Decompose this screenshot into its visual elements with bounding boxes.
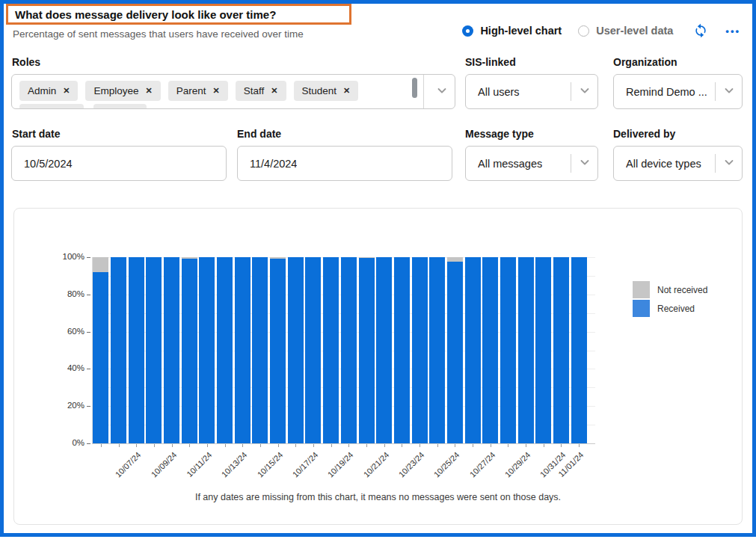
refresh-icon[interactable] bbox=[692, 22, 709, 39]
organization-value: Remind Demo ... bbox=[626, 86, 707, 98]
bar-received bbox=[412, 257, 428, 443]
y-tick-mark bbox=[87, 443, 90, 444]
role-chip[interactable]: Admin✕ bbox=[19, 81, 78, 101]
delivered-by-value: All device types bbox=[626, 158, 701, 170]
chart-legend: Not receivedReceived bbox=[633, 281, 707, 318]
bar-received bbox=[199, 257, 215, 443]
y-tick-label: 60% bbox=[40, 327, 84, 336]
sis-linked-value: All users bbox=[478, 86, 520, 98]
select-divider bbox=[571, 154, 571, 173]
bar-received bbox=[323, 257, 339, 443]
x-tick-mark bbox=[455, 444, 455, 447]
remove-icon[interactable]: ✕ bbox=[63, 86, 70, 96]
roles-scrollbar-thumb[interactable] bbox=[412, 78, 417, 98]
radio-label-user-level-data[interactable]: User-level data bbox=[596, 25, 673, 37]
bar-received bbox=[535, 257, 551, 443]
bar-received bbox=[93, 272, 108, 443]
radio-label-high-level-chart[interactable]: High-level chart bbox=[480, 25, 562, 37]
end-date-input[interactable]: 11/4/2024 bbox=[237, 146, 452, 181]
end-date-label: End date bbox=[237, 128, 281, 140]
remove-icon[interactable]: ✕ bbox=[271, 86, 277, 96]
sis-linked-select[interactable]: All users bbox=[465, 74, 598, 109]
title-highlight-annotation: What does message delivery look like ove… bbox=[6, 4, 351, 25]
bar-received bbox=[164, 257, 179, 443]
more-options-icon[interactable]: ••• bbox=[725, 25, 740, 37]
role-chip[interactable]: Parent✕ bbox=[168, 81, 228, 101]
x-tick-mark bbox=[101, 444, 102, 447]
bar-received bbox=[270, 259, 286, 443]
organization-select[interactable]: Remind Demo ... bbox=[613, 74, 743, 109]
roles-chip-list: Admin✕Employee✕Parent✕Staff✕Student✕ bbox=[19, 81, 358, 101]
select-divider bbox=[715, 82, 716, 101]
bar-received bbox=[394, 257, 410, 443]
message-type-select[interactable]: All messages bbox=[465, 146, 598, 181]
legend-item: Received bbox=[633, 300, 707, 317]
role-chip[interactable]: Staff✕ bbox=[236, 81, 286, 101]
bar-received bbox=[465, 257, 481, 443]
bar-received bbox=[447, 262, 463, 443]
chevron-down-icon[interactable] bbox=[579, 84, 591, 99]
bar-received bbox=[500, 257, 516, 443]
x-tick-mark bbox=[420, 444, 420, 447]
bar-received bbox=[288, 257, 304, 443]
x-tick-label: 10/25/24 bbox=[386, 450, 462, 526]
bar-received bbox=[252, 257, 268, 443]
remove-icon[interactable]: ✕ bbox=[343, 86, 350, 96]
y-tick-label: 40% bbox=[40, 363, 84, 372]
chevron-down-icon[interactable] bbox=[579, 156, 591, 171]
chevron-down-icon[interactable] bbox=[436, 84, 448, 99]
x-tick-mark bbox=[295, 444, 296, 447]
chevron-down-icon[interactable] bbox=[723, 156, 735, 171]
x-tick-mark bbox=[402, 444, 402, 447]
delivered-by-select[interactable]: All device types bbox=[613, 146, 743, 181]
x-tick-mark bbox=[526, 444, 526, 447]
x-tick-mark bbox=[579, 444, 580, 447]
x-tick-label: 10/31/24 bbox=[493, 450, 569, 526]
bar-not-received bbox=[93, 257, 108, 272]
roles-multiselect[interactable]: Admin✕Employee✕Parent✕Staff✕Student✕ bbox=[11, 74, 455, 109]
x-tick-mark bbox=[473, 444, 473, 447]
x-tick-mark bbox=[119, 444, 120, 447]
x-tick-mark bbox=[384, 444, 385, 447]
bar-received bbox=[359, 258, 375, 443]
legend-swatch bbox=[633, 300, 650, 317]
roles-field-divider bbox=[423, 75, 424, 108]
radio-high-level-chart[interactable] bbox=[462, 25, 473, 37]
y-tick-mark bbox=[87, 406, 90, 407]
role-chip-label: Student bbox=[302, 85, 337, 96]
y-tick-label: 0% bbox=[40, 438, 84, 447]
bar-received bbox=[305, 257, 321, 443]
x-tick-mark bbox=[154, 444, 155, 447]
role-chip-label: Parent bbox=[176, 85, 206, 96]
x-tick-mark bbox=[366, 444, 367, 447]
x-tick-mark bbox=[225, 444, 226, 447]
bar-not-received bbox=[447, 257, 463, 262]
y-tick-label: 100% bbox=[40, 252, 84, 261]
page-title: What does message delivery look like ove… bbox=[15, 8, 276, 21]
x-tick-mark bbox=[207, 444, 208, 447]
x-tick-mark bbox=[491, 444, 491, 447]
role-chip[interactable]: Student✕ bbox=[294, 81, 359, 101]
chevron-down-icon[interactable] bbox=[723, 84, 735, 99]
partial-chip bbox=[19, 104, 84, 109]
remove-icon[interactable]: ✕ bbox=[213, 86, 220, 96]
radio-user-level-data[interactable] bbox=[578, 25, 589, 37]
x-tick-mark bbox=[508, 444, 508, 447]
role-chip-label: Employee bbox=[93, 85, 138, 96]
delivered-by-label: Delivered by bbox=[613, 128, 675, 140]
x-tick-mark bbox=[172, 444, 173, 447]
role-chip[interactable]: Employee✕ bbox=[85, 81, 160, 101]
bar-received bbox=[235, 257, 251, 443]
start-date-input[interactable]: 10/5/2024 bbox=[11, 146, 227, 181]
x-tick-mark bbox=[242, 444, 243, 447]
bar-received bbox=[429, 257, 445, 443]
x-tick-mark bbox=[544, 444, 544, 447]
delivery-chart-panel: 0%20%40%60%80%100%10/07/2410/09/2410/11/… bbox=[13, 208, 743, 525]
chart-footnote: If any dates are missing from this chart… bbox=[14, 492, 742, 502]
x-tick-label: 10/19/24 bbox=[280, 450, 356, 526]
organization-label: Organization bbox=[613, 56, 677, 68]
start-date-value: 10/5/2024 bbox=[24, 158, 73, 170]
remove-icon[interactable]: ✕ bbox=[146, 86, 153, 96]
bar-not-received bbox=[359, 257, 375, 258]
x-tick-label: 10/13/24 bbox=[173, 450, 250, 526]
